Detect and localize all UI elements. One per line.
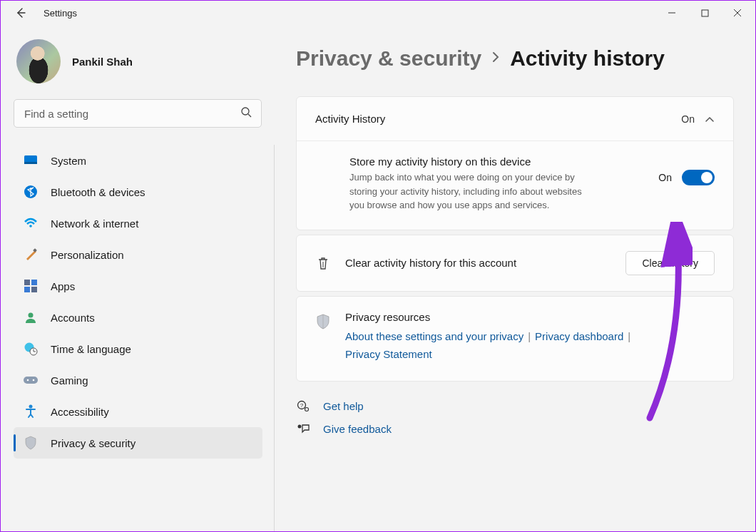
toggle-label: On xyxy=(658,172,672,183)
footer-links: ? Get help Give feedback xyxy=(296,400,734,435)
shield-icon xyxy=(24,436,38,450)
clear-history-card: Clear activity history for this account … xyxy=(296,235,734,292)
sidebar-item-label: Gaming xyxy=(51,374,88,387)
app-name: Settings xyxy=(44,8,77,19)
breadcrumb-parent[interactable]: Privacy & security xyxy=(296,46,481,71)
search-icon xyxy=(240,106,252,121)
svg-point-4 xyxy=(242,108,249,115)
sidebar-item-time[interactable]: Time & language xyxy=(14,333,262,364)
apps-icon xyxy=(24,279,38,293)
maximize-button[interactable] xyxy=(688,2,721,24)
breadcrumb-current: Activity history xyxy=(510,46,665,71)
clear-history-button[interactable]: Clear history xyxy=(625,251,715,275)
nav-list: System Bluetooth & devices Network & int… xyxy=(14,145,275,531)
get-help-link[interactable]: ? Get help xyxy=(296,400,734,413)
svg-text:?: ? xyxy=(300,402,304,409)
svg-point-28 xyxy=(298,425,302,429)
chevron-up-icon xyxy=(705,113,715,125)
give-feedback-link[interactable]: Give feedback xyxy=(296,423,734,435)
setting-title: Store my activity history on this device xyxy=(349,155,585,168)
sidebar-item-label: Accessibility xyxy=(51,406,109,418)
sidebar: Pankil Shah System Bluetooth & devices N… xyxy=(1,25,275,531)
paintbrush-icon xyxy=(24,247,38,262)
sidebar-item-bluetooth[interactable]: Bluetooth & devices xyxy=(14,176,262,208)
svg-rect-13 xyxy=(24,287,30,292)
sidebar-item-network[interactable]: Network & internet xyxy=(14,208,262,239)
back-button[interactable] xyxy=(15,7,26,19)
store-activity-setting: Store my activity history on this device… xyxy=(297,140,733,230)
sidebar-item-label: Accounts xyxy=(51,312,95,324)
svg-rect-20 xyxy=(24,377,38,384)
svg-rect-11 xyxy=(24,280,30,285)
trash-icon xyxy=(315,256,331,270)
accessibility-icon xyxy=(24,404,38,419)
system-icon xyxy=(24,153,38,168)
privacy-resources-card: Privacy resources About these settings a… xyxy=(296,296,734,382)
gaming-icon xyxy=(24,373,38,387)
sidebar-item-label: System xyxy=(51,155,86,167)
wifi-icon xyxy=(24,216,38,230)
card-title: Activity History xyxy=(315,113,385,125)
card-state: On xyxy=(681,113,695,125)
svg-line-5 xyxy=(248,114,251,117)
clear-history-label: Clear activity history for this account xyxy=(345,257,611,269)
window-controls xyxy=(655,2,754,24)
resources-title: Privacy resources xyxy=(345,311,715,323)
svg-point-23 xyxy=(29,405,33,409)
sidebar-item-label: Bluetooth & devices xyxy=(51,186,145,198)
sidebar-item-gaming[interactable]: Gaming xyxy=(14,364,262,396)
sidebar-item-label: Privacy & security xyxy=(51,437,136,449)
minimize-icon xyxy=(668,9,676,17)
search-wrap xyxy=(14,99,262,128)
search-input[interactable] xyxy=(14,99,262,128)
svg-rect-7 xyxy=(24,162,37,164)
chevron-right-icon xyxy=(491,51,500,67)
sidebar-item-accounts[interactable]: Accounts xyxy=(14,302,262,333)
sidebar-item-label: Personalization xyxy=(51,249,124,261)
svg-point-22 xyxy=(33,379,35,382)
back-arrow-icon xyxy=(15,7,26,19)
breadcrumb: Privacy & security Activity history xyxy=(296,46,734,71)
give-feedback-label: Give feedback xyxy=(323,423,392,435)
svg-point-21 xyxy=(27,379,29,382)
svg-rect-10 xyxy=(33,248,37,252)
svg-point-27 xyxy=(305,407,309,411)
activity-history-header[interactable]: Activity History On xyxy=(297,97,733,140)
svg-point-9 xyxy=(29,225,32,227)
feedback-icon xyxy=(296,423,310,434)
svg-rect-1 xyxy=(702,10,708,16)
link-privacy-dashboard[interactable]: Privacy dashboard xyxy=(535,330,623,342)
maximize-icon xyxy=(701,9,709,17)
activity-history-card: Activity History On Store my activity hi… xyxy=(296,96,734,230)
clock-globe-icon xyxy=(24,342,38,356)
bluetooth-icon xyxy=(24,185,38,199)
link-about-privacy[interactable]: About these settings and your privacy xyxy=(345,330,523,342)
titlebar: Settings xyxy=(1,1,755,25)
sidebar-item-personalization[interactable]: Personalization xyxy=(14,239,262,270)
sidebar-item-privacy[interactable]: Privacy & security xyxy=(14,427,262,459)
svg-point-15 xyxy=(29,313,34,318)
avatar xyxy=(16,39,61,83)
link-privacy-statement[interactable]: Privacy Statement xyxy=(345,348,432,360)
user-name: Pankil Shah xyxy=(72,56,133,68)
minimize-button[interactable] xyxy=(655,2,688,24)
sidebar-item-accessibility[interactable]: Accessibility xyxy=(14,396,262,427)
svg-rect-14 xyxy=(31,287,37,292)
close-button[interactable] xyxy=(721,2,754,24)
shield-icon xyxy=(315,314,331,329)
setting-description: Jump back into what you were doing on yo… xyxy=(349,170,585,213)
sidebar-item-label: Apps xyxy=(51,280,75,292)
get-help-label: Get help xyxy=(323,400,364,412)
sidebar-item-apps[interactable]: Apps xyxy=(14,270,262,302)
sidebar-item-system[interactable]: System xyxy=(14,145,262,176)
store-activity-toggle[interactable] xyxy=(682,170,715,185)
user-profile[interactable]: Pankil Shah xyxy=(14,39,262,83)
main-content: Privacy & security Activity history Acti… xyxy=(275,25,755,531)
svg-rect-12 xyxy=(31,280,37,285)
help-icon: ? xyxy=(296,400,310,413)
person-icon xyxy=(24,310,38,324)
sidebar-item-label: Time & language xyxy=(51,343,131,355)
sidebar-item-label: Network & internet xyxy=(51,218,138,230)
close-icon xyxy=(733,9,742,17)
